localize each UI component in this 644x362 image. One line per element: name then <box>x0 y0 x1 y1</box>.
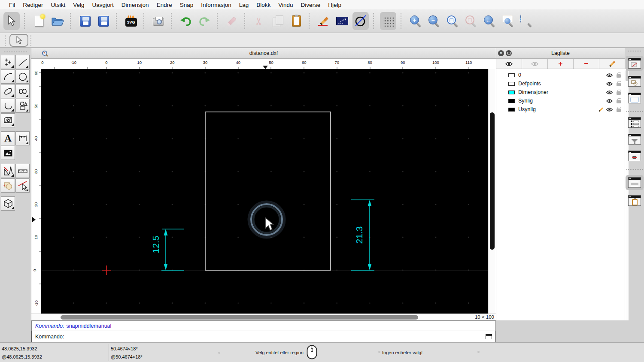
zoom-out-button[interactable]: − <box>426 12 442 30</box>
polyline-tools-button[interactable] <box>1 99 15 113</box>
layer-color-swatch[interactable] <box>508 82 515 86</box>
menu-informasjon[interactable]: Informasjon <box>197 2 235 8</box>
lock-icon[interactable] <box>617 109 621 112</box>
shape-tools-button[interactable] <box>15 99 30 113</box>
menu-hjelp[interactable]: Hjelp <box>324 2 345 8</box>
svg-export-button[interactable]: SVG <box>123 12 139 30</box>
lock-icon[interactable] <box>617 83 621 86</box>
redo-button[interactable] <box>196 12 213 30</box>
line-properties-button[interactable] <box>334 12 350 30</box>
hatch-tools-button[interactable] <box>1 113 15 127</box>
zoom-selection-button[interactable]: □ <box>463 12 479 30</box>
palette-handle[interactable] <box>4 51 27 52</box>
layer-color-swatch[interactable] <box>508 108 515 112</box>
vertical-scrollbar[interactable] <box>488 69 496 314</box>
horizontal-scrollbar-thumb[interactable] <box>61 315 418 320</box>
zoom-auto-button[interactable]: □ <box>444 12 461 30</box>
spline-tools-button[interactable] <box>15 84 30 98</box>
dock-selection-filter-button[interactable] <box>628 134 641 145</box>
layer-row[interactable]: Synlig <box>496 97 625 105</box>
copy-button[interactable] <box>270 12 286 30</box>
add-layer-button[interactable]: + <box>548 59 574 69</box>
rectangle-entity[interactable] <box>205 112 331 270</box>
menu-uavgjort[interactable]: Uavgjort <box>88 2 118 8</box>
dock-layer-list-button[interactable] <box>628 117 641 128</box>
vertical-scrollbar-thumb[interactable] <box>490 112 495 250</box>
dock-command-line-button[interactable] <box>626 175 644 190</box>
pan-button[interactable]: ↔ ↕ <box>518 12 535 30</box>
open-file-button[interactable] <box>49 12 66 30</box>
drawing-window-titlebar[interactable]: distance.dxf <box>31 48 496 59</box>
undo-button[interactable] <box>178 12 194 30</box>
dock-block-list-button[interactable] <box>628 76 641 87</box>
paste-button[interactable] <box>288 12 304 30</box>
measure-tool-button[interactable] <box>15 164 30 178</box>
image-tool-button[interactable] <box>1 146 15 160</box>
lock-icon[interactable] <box>617 74 621 78</box>
layer-color-swatch[interactable] <box>508 99 515 103</box>
eye-icon[interactable] <box>606 90 613 95</box>
command-window-toggle-icon[interactable] <box>486 334 492 339</box>
text-tool-button[interactable]: A <box>1 131 15 145</box>
menu-endre[interactable]: Endre <box>153 2 176 8</box>
layer-row[interactable]: 0 <box>496 71 625 79</box>
layer-row-current[interactable]: Usynlig <box>496 105 625 114</box>
eye-icon[interactable] <box>606 73 613 78</box>
close-icon[interactable]: ✕ <box>498 50 504 56</box>
3d-tools-button[interactable] <box>1 196 15 211</box>
hide-all-layers-button[interactable] <box>522 59 548 69</box>
save-button[interactable] <box>77 12 93 30</box>
cut-button[interactable]: ✂ <box>251 12 267 30</box>
menu-vindu[interactable]: Vindu <box>274 2 297 8</box>
erase-button[interactable] <box>224 12 240 30</box>
eye-icon[interactable] <box>606 107 613 112</box>
menu-blokk[interactable]: Blokk <box>252 2 274 8</box>
snap-select-button[interactable] <box>15 178 30 193</box>
edit-layer-button[interactable] <box>599 59 625 69</box>
arc-tools-button[interactable] <box>1 69 15 84</box>
grid-toggle-button[interactable] <box>380 12 396 30</box>
command-input[interactable]: Kommando: <box>31 331 496 342</box>
select-tool-button[interactable] <box>3 12 20 30</box>
detach-window-icon[interactable] <box>506 50 512 56</box>
dimension-tools-button[interactable] <box>15 131 30 145</box>
circle-tools-button[interactable] <box>15 69 30 84</box>
point-tools-button[interactable] <box>1 55 15 69</box>
line-tools-button[interactable] <box>15 55 30 69</box>
drawing-canvas[interactable]: 12.5 21.3 <box>41 69 488 314</box>
dock-view-button[interactable] <box>628 93 641 103</box>
menu-rediger[interactable]: Rediger <box>19 2 47 8</box>
dock-handle[interactable] <box>628 51 641 51</box>
layer-row[interactable]: Defpoints <box>496 79 625 88</box>
overlay-shapes-button[interactable] <box>1 178 15 193</box>
layer-color-swatch[interactable] <box>508 73 515 77</box>
horizontal-scrollbar[interactable]: 10 < 100 <box>31 314 496 320</box>
menu-diverse[interactable]: Diverse <box>297 2 325 8</box>
zoom-in-button[interactable]: + <box>407 12 424 30</box>
lock-icon[interactable] <box>617 91 621 95</box>
dock-library-button[interactable] <box>628 151 641 161</box>
draft-tools-button[interactable] <box>1 164 15 178</box>
menu-snap[interactable]: Snap <box>176 2 197 8</box>
remove-layer-button[interactable]: − <box>574 59 599 69</box>
selection-mode-button[interactable] <box>9 34 28 47</box>
layer-panel-titlebar[interactable]: ✕ Lagliste <box>496 48 625 59</box>
zoom-previous-button[interactable]: ← <box>481 12 498 30</box>
menu-lag[interactable]: Lag <box>235 2 253 8</box>
dock-property-editor-button[interactable] <box>626 56 644 71</box>
menu-fil[interactable]: Fil <box>5 2 19 8</box>
ellipse-tools-button[interactable] <box>1 84 15 98</box>
menu-utsikt[interactable]: Utsikt <box>47 2 70 8</box>
zoom-window-button[interactable] <box>500 12 516 30</box>
layer-row[interactable]: Dimensjoner <box>496 88 625 97</box>
dock-clipboard-button[interactable] <box>628 195 641 206</box>
show-all-layers-button[interactable] <box>496 59 522 69</box>
draw-pencil-button[interactable] <box>316 12 332 30</box>
eye-icon[interactable] <box>606 81 613 86</box>
menu-dimensjon[interactable]: Dimensjon <box>118 2 153 8</box>
layer-color-swatch[interactable] <box>508 90 515 94</box>
print-preview-button[interactable] <box>150 12 167 30</box>
menu-velg[interactable]: Velg <box>69 2 88 8</box>
save-as-button[interactable] <box>95 12 112 30</box>
lock-icon[interactable] <box>617 100 621 103</box>
